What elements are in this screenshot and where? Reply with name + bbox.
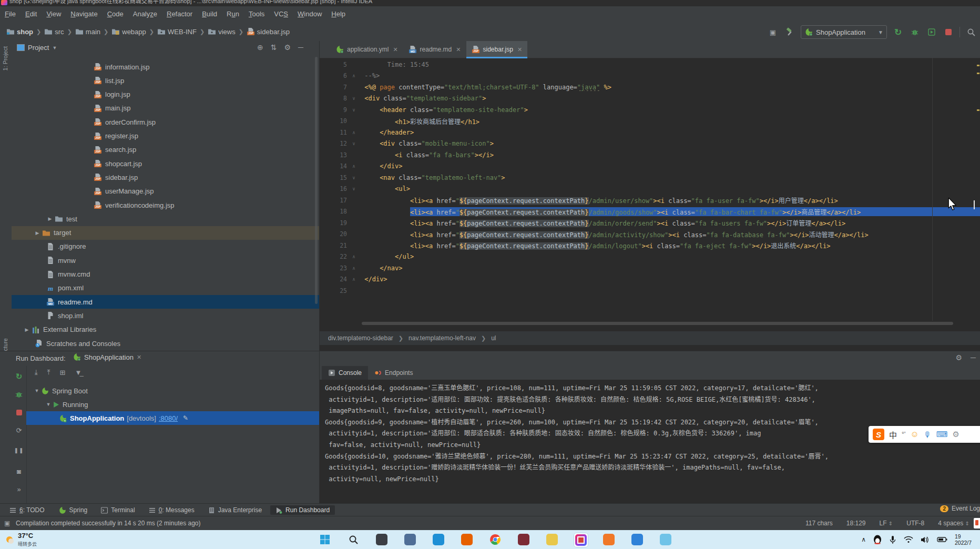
taskbar-app-chrome-browser[interactable] bbox=[488, 533, 502, 546]
tree-item-main.jsp[interactable]: JSPmain.jsp bbox=[12, 101, 319, 115]
run-dashboard-tab[interactable]: ShopApplication ✕ bbox=[73, 353, 141, 361]
menu-analyze[interactable]: Analyze bbox=[128, 6, 162, 18]
code-line-13[interactable]: 13 <i class="fa fa-bars"></i> bbox=[320, 149, 980, 161]
menu-tools[interactable]: Tools bbox=[244, 6, 269, 18]
restart-icon[interactable]: ⟳ bbox=[14, 425, 24, 435]
console-tab-console[interactable]: Console bbox=[322, 366, 368, 380]
collapse-all-icon[interactable]: ⤒ bbox=[47, 368, 50, 377]
tree-item-verificationcodeimg.jsp[interactable]: JSPverificationcodeimg.jsp bbox=[12, 198, 319, 212]
expand-arrow-icon[interactable]: ▶ bbox=[22, 327, 32, 332]
tree-item-information.jsp[interactable]: JSPinformation.jsp bbox=[12, 60, 319, 74]
code-line-5[interactable]: 5 Time: 15:45 bbox=[320, 59, 980, 70]
tree-item-.gitignore[interactable]: .gitignore bbox=[12, 240, 319, 253]
close-icon[interactable]: ✕ bbox=[137, 354, 141, 361]
breadcrumb-item-web-inf[interactable]: WEB-INF bbox=[156, 27, 198, 36]
filter-icon[interactable]: ▼̲ bbox=[75, 369, 81, 377]
dump-threads-icon[interactable]: ◙ bbox=[14, 466, 24, 476]
taskbar-app-firefox-browser[interactable] bbox=[460, 533, 474, 546]
tool-stripe-project[interactable]: 1: Project bbox=[2, 46, 8, 70]
toolwindow-button-messages[interactable]: 0: Messages bbox=[144, 505, 200, 515]
breadcrumb-item-views[interactable]: views bbox=[207, 27, 237, 36]
status-line-separator[interactable]: LF ⇕ bbox=[879, 520, 893, 527]
run-configuration-select[interactable]: ShopApplication ▼ bbox=[801, 25, 887, 39]
ime-language-mode[interactable]: 中 bbox=[889, 429, 897, 440]
event-log-button[interactable]: 2 Event Log bbox=[940, 505, 980, 512]
menu-build[interactable]: Build bbox=[197, 6, 222, 18]
taskbar-clock[interactable]: 19 2022/7 bbox=[955, 533, 978, 546]
code-line-11[interactable]: 11∧ </header> bbox=[320, 127, 980, 138]
toolwindow-button-terminal[interactable]: Terminal bbox=[96, 505, 140, 515]
code-line-22[interactable]: 22∧ </ul> bbox=[320, 251, 980, 263]
fold-marker-icon[interactable]: ∨ bbox=[347, 141, 361, 146]
status-caret-position[interactable]: 18:129 bbox=[846, 520, 866, 527]
ime-microphone-icon[interactable]: 🎙 bbox=[924, 430, 932, 439]
volume-tray-icon[interactable] bbox=[921, 536, 930, 544]
port-link[interactable]: :8080/ bbox=[159, 414, 178, 422]
editor-tab-sidebarjsp[interactable]: JSPsidebar.jsp✕ bbox=[466, 41, 528, 58]
project-scrollbar[interactable] bbox=[315, 57, 318, 304]
status-encoding[interactable]: UTF-8 bbox=[906, 520, 924, 527]
taskbar-app-wechat-app[interactable] bbox=[545, 533, 559, 546]
run-tree-item-ShopApplication[interactable]: ShopApplication[devtools]:8080/✎ bbox=[26, 411, 319, 425]
code-line-10[interactable]: 10 <h1>彩妆商城后台管理</h1> bbox=[320, 116, 980, 127]
expand-arrow-icon[interactable]: ▼ bbox=[33, 388, 41, 393]
tree-item-test[interactable]: ▶test bbox=[12, 212, 319, 226]
group-by-icon[interactable]: ⊞ bbox=[60, 369, 66, 377]
tree-item-readme.md[interactable]: MDreadme.md bbox=[12, 295, 319, 309]
coverage-button[interactable] bbox=[926, 26, 937, 38]
console-tab-endpoints[interactable]: Endpoints bbox=[368, 366, 419, 380]
fold-marker-icon[interactable]: ∧ bbox=[347, 73, 361, 78]
tree-item-search.jsp[interactable]: JSPsearch.jsp bbox=[12, 143, 319, 157]
taskbar-app-intellij-idea[interactable] bbox=[574, 533, 588, 547]
menu-window[interactable]: Window bbox=[293, 6, 326, 18]
taskbar-app-qq-app[interactable] bbox=[630, 533, 644, 546]
taskbar-app-task-view[interactable] bbox=[375, 533, 389, 546]
menu-navigate[interactable]: Navigate bbox=[66, 6, 102, 18]
ime-punctuation-icon[interactable]: °’ bbox=[902, 431, 905, 438]
wifi-tray-icon[interactable] bbox=[904, 536, 913, 543]
menu-refactor[interactable]: Refactor bbox=[162, 6, 197, 18]
taskbar-app-edge-browser[interactable] bbox=[432, 533, 445, 546]
breadcrumb-item-src[interactable]: src bbox=[43, 27, 65, 36]
sogou-ime-bar[interactable]: S 中 °’ ☺ 🎙 ⌨ ⚙ bbox=[869, 426, 980, 443]
fold-marker-icon[interactable]: ∨ bbox=[347, 107, 361, 113]
taskbar-app-orange-app[interactable] bbox=[602, 533, 616, 546]
code-line-18[interactable]: 18 <li><a href="${pageContext.request.co… bbox=[320, 206, 980, 218]
tray-chevron-up-icon[interactable]: ∧ bbox=[861, 536, 866, 543]
close-icon[interactable]: ✕ bbox=[456, 46, 461, 53]
expand-panel-icon[interactable]: » bbox=[14, 484, 24, 494]
expand-all-icon[interactable]: ⤓ bbox=[35, 368, 38, 377]
expand-arrow-icon[interactable]: ▼ bbox=[44, 402, 53, 407]
code-line-17[interactable]: 17 <li><a href="${pageContext.request.co… bbox=[320, 195, 980, 206]
code-line-25[interactable]: 25 bbox=[320, 285, 980, 297]
taskbar-app-windows-start[interactable] bbox=[318, 533, 332, 546]
fold-marker-icon[interactable]: ∧ bbox=[347, 266, 361, 271]
editor-breadcrumb-2[interactable]: ul bbox=[491, 334, 496, 342]
fold-marker-icon[interactable]: ∧ bbox=[347, 277, 361, 282]
editor-breadcrumb-1[interactable]: nav.templatemo-left-nav bbox=[409, 334, 476, 342]
tree-item-list.jsp[interactable]: JSPlist.jsp bbox=[12, 74, 319, 87]
battery-tray-icon[interactable] bbox=[937, 536, 947, 543]
taskbar-app-notepad-app[interactable] bbox=[659, 533, 672, 546]
close-icon[interactable]: ✕ bbox=[517, 46, 522, 53]
code-line-21[interactable]: 21 <li><a href="${pageContext.request.co… bbox=[320, 240, 980, 251]
project-view-select[interactable]: Project ▼ bbox=[17, 44, 57, 52]
fold-marker-icon[interactable]: ∧ bbox=[347, 164, 361, 169]
menu-run[interactable]: Run bbox=[222, 6, 244, 18]
fold-marker-icon[interactable]: ∨ bbox=[347, 175, 361, 180]
locate-file-icon[interactable]: ⊕ bbox=[257, 43, 263, 52]
status-indent[interactable]: 4 spaces ⇕ bbox=[938, 520, 969, 527]
toolwindow-button-rundashboard[interactable]: Run Dashboard bbox=[270, 505, 335, 515]
editor-hscrollbar[interactable] bbox=[362, 322, 953, 325]
fold-marker-icon[interactable]: ∧ bbox=[347, 130, 361, 135]
breadcrumb-item-shop[interactable]: shop bbox=[5, 27, 34, 36]
menu-help[interactable]: Help bbox=[326, 6, 350, 18]
code-line-7[interactable]: 7 <%@ page contentType="text/html;charse… bbox=[320, 82, 980, 93]
code-line-6[interactable]: 6∧ --%> bbox=[320, 70, 980, 82]
ime-emoji-icon[interactable]: ☺ bbox=[910, 430, 918, 439]
breadcrumb-item-sidebar.jsp[interactable]: JSPsidebar.jsp bbox=[246, 27, 291, 36]
tool-window-switcher-icon[interactable]: ▣ bbox=[4, 520, 10, 527]
code-line-14[interactable]: 14∧ </div> bbox=[320, 161, 980, 172]
tree-item-ExternalLibraries[interactable]: ▶External Libraries bbox=[12, 323, 319, 337]
tree-item-mvnw.cmd[interactable]: mvnw.cmd bbox=[12, 268, 319, 281]
